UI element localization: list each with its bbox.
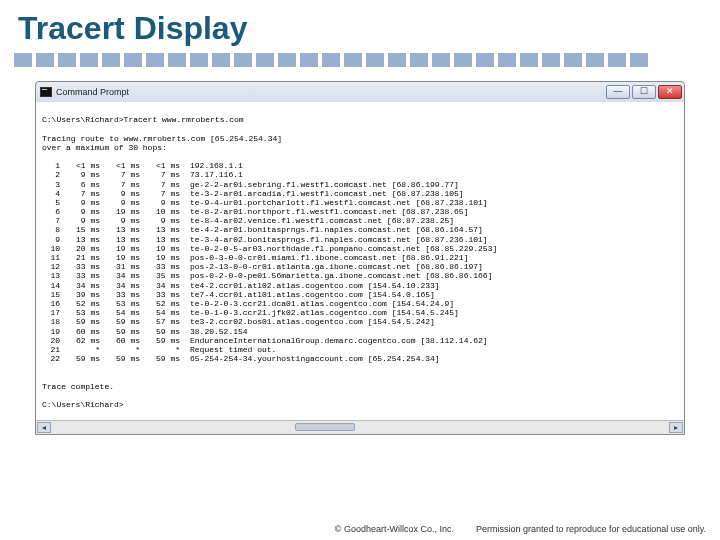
cmd-icon <box>40 87 52 97</box>
trace-hop-row: 79 ms9 ms9 mste-8-4-ar02.venice.fl.westf… <box>42 216 678 225</box>
slide-title: Tracert Display <box>0 0 720 53</box>
scroll-thumb[interactable] <box>295 423 355 431</box>
trace-intro-2: over a maximum of 30 hops: <box>42 143 167 152</box>
minimize-button[interactable]: — <box>606 85 630 99</box>
trace-intro: Tracing route to www.rmroberts.com [65.2… <box>42 134 282 143</box>
slide-footer: © Goodheart-Willcox Co., Inc. Permission… <box>335 524 706 534</box>
prompt-line-2: C:\Users\Richard> <box>42 400 124 409</box>
trace-hop-row: 913 ms13 ms13 mste-3-4-ar02.bonitasprngs… <box>42 235 678 244</box>
window-title: Command Prompt <box>56 87 129 97</box>
trace-hop-row: 1652 ms53 ms52 mste-0-2-0-3.ccr21.dca01.… <box>42 299 678 308</box>
trace-complete: Trace complete. <box>42 382 114 391</box>
trace-hop-row: 1859 ms59 ms57 mste3-2.ccr02.bos01.atlas… <box>42 317 678 326</box>
trace-hop-row: 1333 ms34 ms35 mspos-0-2-0-0-pe01.56mari… <box>42 271 678 280</box>
trace-hop-row: 2259 ms59 ms59 ms65-254-254-34.yourhosti… <box>42 354 678 363</box>
horizontal-scrollbar[interactable]: ◂ ▸ <box>36 420 684 434</box>
permission-text: Permission granted to reproduce for educ… <box>476 524 706 534</box>
terminal-output: C:\Users\Richard>Tracert www.rmroberts.c… <box>36 102 684 420</box>
scroll-left-arrow[interactable]: ◂ <box>37 422 51 433</box>
trace-hop-row: 29 ms7 ms7 ms73.17.116.1 <box>42 170 678 179</box>
trace-hop-row: 1539 ms33 ms33 mste7-4.ccr01.atl01.atlas… <box>42 290 678 299</box>
window-titlebar: Command Prompt — ☐ ✕ <box>36 82 684 102</box>
trace-hop-row: 1434 ms34 ms34 mste4-2.ccr01.atl02.atlas… <box>42 281 678 290</box>
trace-hop-row: 1960 ms59 ms59 ms38.20.52.154 <box>42 327 678 336</box>
close-button[interactable]: ✕ <box>658 85 682 99</box>
trace-hop-row: 1020 ms19 ms19 mste-0-2-0-5-ar03.northda… <box>42 244 678 253</box>
trace-hop-row: 59 ms9 ms9 mste-9-4-ur01.portcharlott.fl… <box>42 198 678 207</box>
scroll-right-arrow[interactable]: ▸ <box>669 422 683 433</box>
trace-hop-row: 36 ms7 ms7 msge-2-2-ar01.sebring.fl.west… <box>42 180 678 189</box>
trace-hop-row: 2062 ms60 ms59 msEnduranceInternationalG… <box>42 336 678 345</box>
trace-hop-row: 69 ms19 ms10 mste-8-2-ar01.northport.fl.… <box>42 207 678 216</box>
trace-hop-row: 21***Request timed out. <box>42 345 678 354</box>
copyright-text: © Goodheart-Willcox Co., Inc. <box>335 524 454 534</box>
command-prompt-window: Command Prompt — ☐ ✕ C:\Users\Richard>Tr… <box>35 81 685 435</box>
prompt-line: C:\Users\Richard>Tracert www.rmroberts.c… <box>42 115 244 124</box>
trace-hop-row: 1121 ms19 ms19 mspos-0-3-0-0-cr01.miami.… <box>42 253 678 262</box>
trace-hop-row: 1<1 ms<1 ms<1 ms192.168.1.1 <box>42 161 678 170</box>
divider <box>0 53 720 67</box>
trace-hop-row: 47 ms9 ms7 mste-3-2-ar01.arcadia.fl.west… <box>42 189 678 198</box>
maximize-button[interactable]: ☐ <box>632 85 656 99</box>
trace-hop-row: 1753 ms54 ms54 mste-0-1-0-3.ccr21.jfk02.… <box>42 308 678 317</box>
trace-hop-row: 815 ms13 ms13 mste-4-2-ar01.bonitasprngs… <box>42 225 678 234</box>
trace-hop-row: 1233 ms31 ms33 mspos-2-13-0-0-cr01.atlan… <box>42 262 678 271</box>
